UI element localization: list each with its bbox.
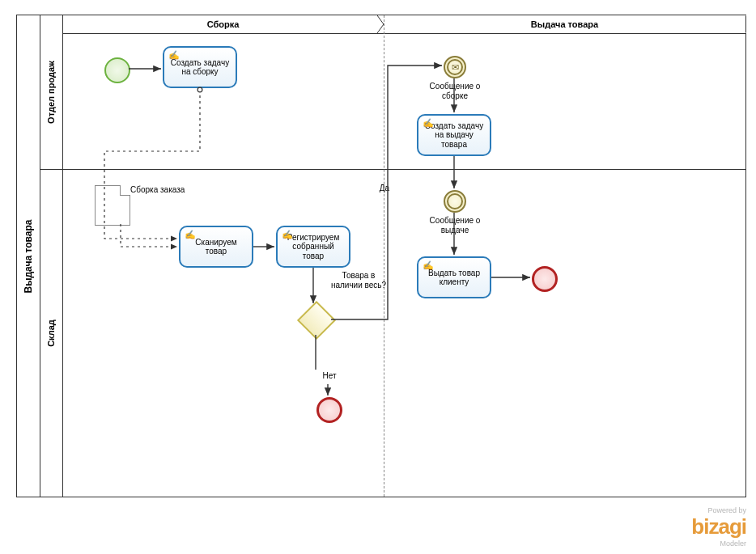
brand-name: bizagi: [691, 514, 746, 539]
manual-task-icon: ✍: [185, 230, 196, 240]
gateway-no-label: Нет: [320, 371, 339, 381]
phase-divider: [384, 15, 384, 497]
manual-task-icon: ✍: [423, 260, 434, 271]
phase-issue-label: Выдача товара: [531, 19, 598, 29]
lane-sales-label: Отдел продаж: [46, 61, 56, 124]
sequence-flows: [17, 15, 745, 497]
pool-title: Выдача товара: [17, 15, 40, 497]
phase-assembly: Сборка: [62, 15, 384, 33]
gateway-yes-label: Да: [375, 184, 394, 193]
bizagi-logo: Powered by bizagi Modeler: [691, 506, 746, 548]
lane-sales-title: Отдел продаж: [40, 15, 63, 169]
event-msg-assembled-label: Сообщение о сборке: [420, 82, 490, 100]
brand-sub: Modeler: [691, 539, 746, 548]
bpmn-pool: Выдача товара Отдел продаж Склад Сборка …: [16, 15, 746, 497]
task-scan-label: Сканируем товар: [185, 238, 247, 256]
data-object-order[interactable]: [95, 185, 130, 226]
task-issue-client[interactable]: ✍ Выдать товар клиенту: [417, 256, 491, 298]
end-event-done[interactable]: [532, 266, 558, 292]
task-issue-client-label: Выдать товар клиенту: [423, 269, 485, 287]
task-create-issue[interactable]: ✍ Создать задачу на выдачу товара: [417, 114, 491, 156]
manual-task-icon: ✍: [282, 230, 293, 240]
task-create-assembly[interactable]: ✍ Создать задачу на сборку: [163, 46, 237, 88]
lane-warehouse-label: Склад: [46, 319, 56, 347]
task-register[interactable]: ✍ Регистрируем собранный товар: [276, 226, 350, 268]
lane-divider: [40, 169, 745, 170]
task-scan[interactable]: ✍ Сканируем товар: [179, 226, 253, 268]
manual-task-icon: ✍: [423, 118, 434, 129]
start-event[interactable]: [104, 57, 130, 83]
manual-task-icon: ✍: [168, 50, 180, 61]
gateway-stock[interactable]: [297, 301, 336, 340]
phase-assembly-label: Сборка: [207, 19, 240, 29]
end-event-no-stock[interactable]: [316, 397, 342, 423]
phase-issue: Выдача товара: [384, 15, 745, 33]
pool-title-label: Выдача товара: [23, 219, 34, 293]
data-object-order-label: Сборка заказа: [130, 185, 203, 195]
lane-warehouse-title: Склад: [40, 169, 63, 497]
event-msg-issue[interactable]: [444, 190, 466, 213]
event-msg-assembled[interactable]: ✉: [444, 56, 466, 78]
powered-by-label: Powered by: [691, 506, 746, 514]
message-icon: ✉: [452, 63, 459, 72]
gateway-stock-label: Товара в наличии весь?: [329, 271, 388, 290]
event-msg-issue-label: Сообщение о выдаче: [420, 216, 490, 235]
task-create-assembly-label: Создать задачу на сборку: [169, 58, 231, 77]
